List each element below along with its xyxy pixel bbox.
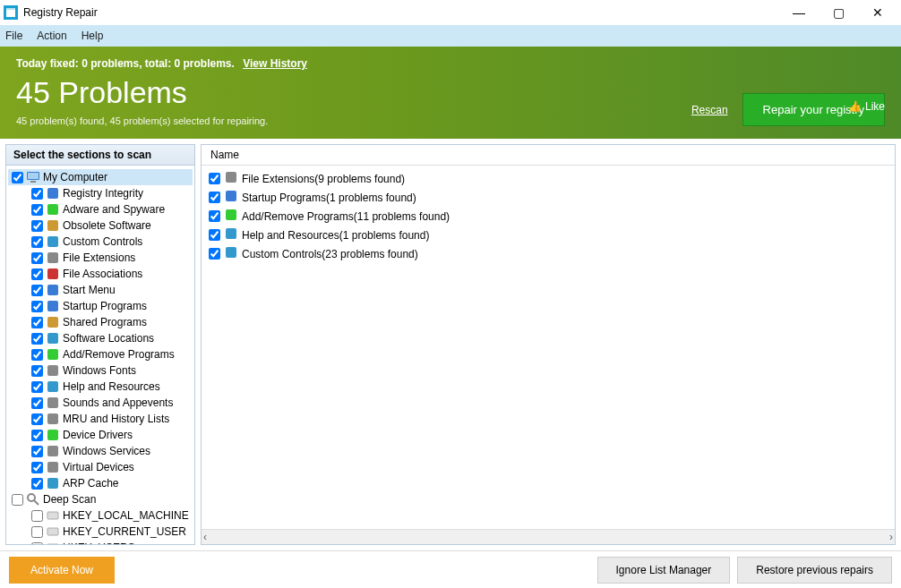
checkbox[interactable] <box>31 430 43 441</box>
checkbox[interactable] <box>31 510 43 522</box>
checkbox[interactable] <box>31 268 43 280</box>
checkbox[interactable] <box>31 188 43 200</box>
checkbox[interactable] <box>31 365 43 377</box>
menu-help[interactable]: Help <box>82 30 104 42</box>
activate-button[interactable]: Activate Now <box>9 557 115 584</box>
checkbox[interactable] <box>31 301 43 312</box>
tree-deep-scan[interactable]: Deep Scan <box>8 491 193 507</box>
tree-item-label: Windows Services <box>63 445 150 457</box>
tree-item[interactable]: Adware and Spyware <box>8 201 193 217</box>
tree-root-label: My Computer <box>43 171 107 183</box>
tree-item[interactable]: Obsolete Software <box>8 217 193 234</box>
tree-item[interactable]: Windows Fonts <box>8 362 193 379</box>
tree-item-label: Shared Programs <box>63 316 147 328</box>
svg-rect-24 <box>47 478 58 489</box>
result-row[interactable]: Help and Resources(1 problems found) <box>205 226 891 244</box>
section-icon <box>46 428 60 442</box>
checkbox[interactable] <box>31 236 43 248</box>
ignore-list-button[interactable]: Ignore List Manager <box>597 557 731 584</box>
svg-rect-16 <box>47 349 58 360</box>
tree-item[interactable]: Registry Integrity <box>8 185 193 201</box>
window-title: Registry Repair <box>23 6 779 19</box>
category-icon <box>224 226 238 243</box>
checkbox[interactable] <box>31 204 43 216</box>
scroll-right-icon[interactable]: › <box>889 531 893 543</box>
checkbox[interactable] <box>209 248 220 260</box>
tree-item-label: Software Locations <box>63 332 154 345</box>
tree-root-my-computer[interactable]: My Computer <box>8 169 193 185</box>
tree-deep-label: Deep Scan <box>43 493 96 506</box>
tree-item[interactable]: HKEY_USERS <box>8 540 193 544</box>
app-icon <box>4 5 18 20</box>
checkbox[interactable] <box>31 381 43 393</box>
header-left: Today fixed: 0 problems, total: 0 proble… <box>16 57 307 126</box>
tree-item[interactable]: Software Locations <box>8 330 193 346</box>
menu-file[interactable]: File <box>5 30 22 42</box>
sections-tree: My Computer Registry IntegrityAdware and… <box>6 166 194 544</box>
results-list: File Extensions(9 problems found)Startup… <box>202 166 895 529</box>
tree-item[interactable]: Add/Remove Programs <box>8 346 193 362</box>
registry-key-icon <box>46 508 60 523</box>
section-icon <box>46 315 60 329</box>
checkbox[interactable] <box>209 192 220 203</box>
tree-item[interactable]: Custom Controls <box>8 234 193 250</box>
tree-item[interactable]: HKEY_LOCAL_MACHINE <box>8 507 193 524</box>
checkbox[interactable] <box>31 542 43 545</box>
tree-item-label: Start Menu <box>63 284 116 296</box>
menu-action[interactable]: Action <box>37 30 66 42</box>
tree-item[interactable]: Shared Programs <box>8 314 193 330</box>
restore-button[interactable]: Restore previous repairs <box>737 557 892 584</box>
rescan-link[interactable]: Rescan <box>691 104 728 116</box>
checkbox[interactable] <box>31 252 43 264</box>
thumbs-up-icon: 👍 <box>848 100 862 113</box>
view-history-link[interactable]: View History <box>243 57 307 70</box>
checkbox[interactable] <box>31 317 43 328</box>
tree-item[interactable]: Start Menu <box>8 282 193 298</box>
checkbox[interactable] <box>31 413 43 425</box>
results-column-name[interactable]: Name <box>202 145 895 166</box>
result-row[interactable]: Custom Controls(23 problems found) <box>205 244 891 263</box>
horizontal-scrollbar[interactable]: ‹ › <box>202 529 895 544</box>
checkbox[interactable] <box>31 397 43 409</box>
checkbox-my-computer[interactable] <box>12 172 23 183</box>
result-row[interactable]: Add/Remove Programs(11 problems found) <box>205 207 891 226</box>
checkbox[interactable] <box>31 526 43 538</box>
svg-rect-27 <box>47 512 58 519</box>
tree-item[interactable]: Sounds and Appevents <box>8 395 193 411</box>
checkbox[interactable] <box>31 285 43 296</box>
tree-item[interactable]: Device Drivers <box>8 427 193 443</box>
checkbox[interactable] <box>209 210 220 222</box>
tree-item[interactable]: Virtual Devices <box>8 459 193 475</box>
tree-item[interactable]: Startup Programs <box>8 298 193 314</box>
checkbox[interactable] <box>31 220 43 232</box>
tree-item[interactable]: Help and Resources <box>8 379 193 395</box>
checkbox[interactable] <box>209 229 220 241</box>
checkbox[interactable] <box>31 446 43 457</box>
checkbox[interactable] <box>31 462 43 473</box>
svg-rect-2 <box>6 8 15 10</box>
registry-key-icon <box>46 541 60 544</box>
checkbox[interactable] <box>209 173 220 184</box>
tree-item[interactable]: File Associations <box>8 266 193 282</box>
tree-item[interactable]: File Extensions <box>8 250 193 266</box>
result-row[interactable]: Startup Programs(1 problems found) <box>205 188 891 207</box>
svg-rect-14 <box>47 317 58 328</box>
maximize-button[interactable]: ▢ <box>819 0 858 25</box>
section-icon <box>46 379 60 394</box>
main-area: Select the sections to scan My Computer … <box>0 139 901 550</box>
checkbox-deep-scan[interactable] <box>12 494 23 506</box>
tree-item[interactable]: HKEY_CURRENT_USER <box>8 524 193 540</box>
tree-item[interactable]: MRU and History Lists <box>8 411 193 427</box>
tree-item[interactable]: ARP Cache <box>8 475 193 491</box>
section-icon <box>46 186 60 200</box>
like-button[interactable]: 👍 Like <box>848 100 885 113</box>
close-button[interactable]: ✕ <box>858 0 897 25</box>
minimize-button[interactable]: — <box>779 0 819 25</box>
checkbox[interactable] <box>31 478 43 490</box>
scroll-left-icon[interactable]: ‹ <box>203 531 207 543</box>
checkbox[interactable] <box>31 349 43 361</box>
category-icon <box>224 245 238 262</box>
tree-item[interactable]: Windows Services <box>8 443 193 459</box>
result-row[interactable]: File Extensions(9 problems found) <box>205 169 891 188</box>
checkbox[interactable] <box>31 333 43 345</box>
